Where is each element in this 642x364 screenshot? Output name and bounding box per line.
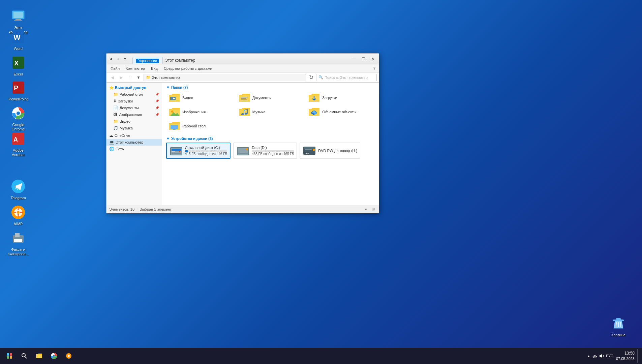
svg-rect-40 bbox=[239, 110, 250, 116]
device-dvd-drive[interactable]: DVD DVD RW дисковод (H:) bbox=[300, 143, 360, 159]
sidebar-network[interactable]: 🌐 Сеть bbox=[106, 146, 162, 152]
show-desktop-button[interactable] bbox=[637, 349, 639, 363]
system-clock[interactable]: 13:50 07.05.2023 bbox=[616, 351, 635, 361]
device-d-drive[interactable]: Data (D:) 465 ГБ свободно из 465 ГБ bbox=[233, 143, 297, 159]
explorer-window: ◀ ◀ ▼ Управление Этот компьютер — ☐ ✕ Фа… bbox=[106, 53, 379, 213]
back-button[interactable]: ◀ bbox=[109, 74, 116, 81]
desktop-icon-adobe[interactable]: A Adobe Acrobat bbox=[5, 129, 32, 158]
folder-documents[interactable]: Документы bbox=[236, 91, 305, 104]
desktop-icon-fax[interactable]: Факсы и сканирова... bbox=[5, 229, 32, 257]
svg-rect-52 bbox=[172, 153, 181, 154]
excel-icon-label: Excel bbox=[14, 72, 23, 77]
desktop-icon-word[interactable]: W Word bbox=[5, 28, 32, 52]
desktop-icon-recycle[interactable]: Корзина bbox=[605, 314, 632, 339]
devices-grid: Локальный диск (C:) 415 ГБ свободно из 4… bbox=[166, 143, 375, 159]
tab-this-computer[interactable]: Этот компьютер bbox=[163, 56, 198, 64]
sidebar-onedrive[interactable]: ☁ OneDrive bbox=[106, 132, 162, 139]
quick-access-header[interactable]: ⭐ Быстрый доступ bbox=[106, 85, 162, 91]
forward-button[interactable]: ▶ bbox=[117, 74, 125, 81]
sidebar-video[interactable]: 📁 Видео bbox=[106, 118, 162, 125]
sidebar-network-label: Сеть bbox=[116, 147, 124, 151]
word-icon-label: Word bbox=[14, 47, 23, 51]
svg-rect-50 bbox=[172, 151, 175, 152]
taskbar-media-button[interactable] bbox=[62, 349, 75, 363]
folders-section: ▼ Папки (7) Видео bbox=[166, 85, 375, 132]
desktop-icon-excel[interactable]: X Excel bbox=[5, 53, 32, 78]
quick-access-section: ⭐ Быстрый доступ 📁 Рабочий стол 📌 ⬇ Загр… bbox=[106, 84, 162, 132]
quick-access-back[interactable]: ◀ bbox=[108, 56, 114, 62]
sidebar-downloads[interactable]: ⬇ Загрузки 📌 bbox=[106, 98, 162, 104]
dvd-drive-name: DVD RW дисковод (H:) bbox=[318, 149, 357, 153]
quick-access-down[interactable]: ▼ bbox=[122, 56, 128, 62]
svg-rect-64 bbox=[36, 355, 42, 358]
network-icon: 🌐 bbox=[109, 147, 114, 151]
folder-3d[interactable]: Объемные объекты bbox=[306, 105, 375, 118]
device-c-drive[interactable]: Локальный диск (C:) 415 ГБ свободно из 4… bbox=[166, 143, 231, 159]
ribbon-view[interactable]: Вид bbox=[148, 66, 160, 71]
refresh-button[interactable]: ↻ bbox=[307, 74, 315, 81]
folders-section-header[interactable]: ▼ Папки (7) bbox=[166, 85, 375, 89]
svg-rect-21 bbox=[15, 233, 20, 237]
search-taskbar-icon bbox=[21, 353, 27, 359]
folder-downloads-label: Загрузки bbox=[322, 96, 337, 100]
ribbon-menu-row: Файл Компьютер Вид Средства работы с дис… bbox=[106, 64, 379, 72]
search-box[interactable]: 🔍 Поиск в: Этот компьютер bbox=[316, 74, 377, 81]
maximize-button[interactable]: ☐ bbox=[359, 55, 368, 63]
sidebar-this-computer[interactable]: 💻 Этот компьютер bbox=[106, 139, 162, 146]
address-path[interactable]: 📁 Этот компьютер bbox=[144, 74, 306, 81]
start-button[interactable] bbox=[3, 349, 16, 363]
ribbon-help[interactable]: ? bbox=[371, 65, 377, 71]
explorer-taskbar-icon bbox=[36, 353, 42, 359]
svg-rect-2 bbox=[16, 19, 21, 20]
svg-rect-58 bbox=[304, 147, 315, 149]
quick-access-forward[interactable]: ◀ bbox=[115, 56, 121, 62]
recent-locations[interactable]: ▼ bbox=[135, 74, 142, 81]
svg-rect-23 bbox=[14, 241, 19, 241]
view-list-button[interactable]: ≡ bbox=[363, 206, 369, 212]
close-button[interactable]: ✕ bbox=[368, 55, 377, 63]
computer-icon bbox=[10, 8, 26, 24]
clock-date: 07.05.2023 bbox=[616, 356, 635, 361]
desktop-icon-chrome[interactable]: Google Chrome bbox=[5, 104, 32, 133]
folder-video[interactable]: Видео bbox=[166, 91, 235, 104]
desktop-icon-telegram[interactable]: Telegram bbox=[5, 177, 32, 202]
svg-rect-60 bbox=[313, 149, 315, 151]
onedrive-icon: ☁ bbox=[109, 133, 113, 138]
images-folder-icon: 🖼 bbox=[113, 112, 117, 117]
ribbon-computer[interactable]: Компьютер bbox=[123, 66, 148, 71]
ribbon-disk-tools[interactable]: Средства работы с дисками bbox=[161, 66, 215, 71]
documents-folder-icon: 📄 bbox=[113, 105, 118, 110]
up-button[interactable]: ↑ bbox=[126, 74, 133, 81]
taskbar-search-button[interactable] bbox=[18, 349, 31, 363]
sidebar: ⭐ Быстрый доступ 📁 Рабочий стол 📌 ⬇ Загр… bbox=[106, 83, 162, 205]
sidebar-desktop[interactable]: 📁 Рабочий стол 📌 bbox=[106, 91, 162, 98]
ribbon-file[interactable]: Файл bbox=[108, 66, 122, 71]
taskbar-chrome-button[interactable] bbox=[47, 349, 61, 363]
svg-text:W: W bbox=[13, 33, 21, 41]
sidebar-documents[interactable]: 📄 Документы 📌 bbox=[106, 104, 162, 111]
d-drive-name: Data (D:) bbox=[252, 146, 294, 150]
ribbon-tabs: Управление Этот компьютер bbox=[131, 54, 349, 64]
view-tiles-button[interactable]: ⊞ bbox=[370, 206, 376, 212]
sidebar-music[interactable]: 🎵 Музыка bbox=[106, 125, 162, 131]
folder-music[interactable]: Музыка bbox=[236, 105, 305, 118]
desktop-icon-aimp[interactable]: AIMP bbox=[5, 203, 32, 228]
title-bar: ◀ ◀ ▼ Управление Этот компьютер — ☐ ✕ bbox=[106, 54, 379, 64]
devices-section-header[interactable]: ▼ Устройства и диски (3) bbox=[166, 136, 375, 141]
minimize-button[interactable]: — bbox=[349, 55, 359, 63]
folder-downloads[interactable]: Загрузки bbox=[306, 91, 375, 104]
desktop-icon-powerpoint[interactable]: P PowerPoint bbox=[5, 78, 32, 103]
svg-rect-34 bbox=[241, 98, 246, 99]
folder-desktop[interactable]: Рабочий стол bbox=[166, 120, 235, 132]
sidebar-images-label: Изображения bbox=[119, 113, 142, 117]
svg-line-63 bbox=[25, 357, 27, 358]
taskbar-explorer-button[interactable] bbox=[32, 349, 46, 363]
taskbar-right-area: ▲ РУС 13:50 07.05.2023 bbox=[587, 349, 639, 363]
folder-images[interactable]: Изображения bbox=[166, 105, 235, 118]
window-controls: — ☐ ✕ bbox=[349, 54, 379, 64]
svg-rect-33 bbox=[241, 97, 248, 97]
svg-point-62 bbox=[22, 354, 25, 357]
sidebar-images[interactable]: 🖼 Изображения 📌 bbox=[106, 111, 162, 118]
tab-manage[interactable]: Управление bbox=[132, 57, 163, 64]
tray-chevron[interactable]: ▲ bbox=[587, 354, 590, 358]
